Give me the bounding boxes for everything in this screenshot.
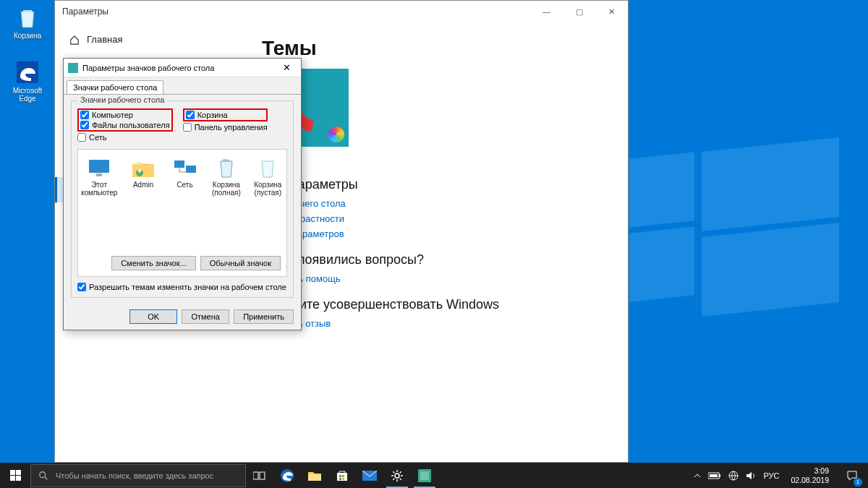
clock-date: 02.08.2019 xyxy=(791,476,829,484)
svg-rect-10 xyxy=(260,472,265,479)
improve-heading: Помогите усовершенствовать Windows xyxy=(262,297,609,312)
notification-badge: 1 xyxy=(854,478,862,487)
recycle-bin-icon xyxy=(14,4,41,30)
svg-rect-12 xyxy=(308,474,321,481)
close-button[interactable]: ✕ xyxy=(595,1,628,22)
action-center-button[interactable]: 1 xyxy=(841,463,864,488)
link-get-help[interactable]: Получить помощь xyxy=(262,273,609,284)
search-icon xyxy=(38,471,48,481)
clock-time: 3:09 xyxy=(791,466,829,475)
tray-network-icon[interactable] xyxy=(728,471,739,481)
taskbar-app[interactable] xyxy=(411,463,438,488)
taskbar-store[interactable] xyxy=(328,463,356,488)
window-title: Параметры xyxy=(62,7,109,17)
svg-rect-15 xyxy=(339,478,341,480)
related-heading: щие параметры xyxy=(262,177,609,192)
desktop-edge[interactable]: Microsoft Edge xyxy=(6,59,49,103)
dialog-close-button[interactable]: ✕ xyxy=(276,62,297,73)
start-button[interactable] xyxy=(0,463,30,488)
tray-clock[interactable]: 3:09 02.08.2019 xyxy=(786,466,833,484)
ok-button[interactable]: OK xyxy=(129,309,177,324)
svg-rect-6 xyxy=(174,160,184,168)
dialog-title-text: Параметры значков рабочего стола xyxy=(82,64,214,72)
taskbar-explorer[interactable] xyxy=(301,463,328,488)
dialog-titlebar[interactable]: Параметры значков рабочего стола ✕ xyxy=(64,59,301,77)
tray-battery-icon[interactable] xyxy=(708,472,721,479)
group-title: Значки рабочего стола xyxy=(77,95,167,104)
color-wheel-icon xyxy=(328,127,344,142)
checkbox-userfiles[interactable]: Файлы пользователя xyxy=(80,121,170,129)
svg-point-8 xyxy=(40,471,46,477)
maximize-button[interactable]: ▢ xyxy=(563,1,595,22)
svg-rect-13 xyxy=(339,475,341,477)
settings-titlebar[interactable]: Параметры — ▢ ✕ xyxy=(55,1,628,22)
taskbar-mail[interactable] xyxy=(356,463,383,488)
desktop-icon-label: Microsoft Edge xyxy=(6,87,49,103)
checkbox-recyclebin[interactable]: Корзина xyxy=(186,111,265,119)
page-title: Темы xyxy=(262,37,609,60)
tab-desktop-icons[interactable]: Значки рабочего стола xyxy=(67,80,163,94)
icon-admin[interactable]: Admin xyxy=(127,157,158,197)
highlight-box-right: Корзина xyxy=(183,108,268,121)
taskbar-search[interactable]: Чтобы начать поиск, введите здесь запрос xyxy=(30,464,246,487)
checkbox-allow-themes[interactable]: Разрешить темам изменять значки на рабоч… xyxy=(77,283,287,291)
sidebar-home[interactable]: Главная xyxy=(55,28,243,51)
link-sync-settings[interactable]: ваших параметров xyxy=(262,228,609,239)
questions-heading: У вас появились вопросы? xyxy=(262,252,609,267)
search-placeholder: Чтобы начать поиск, введите здесь запрос xyxy=(56,471,213,480)
tray-volume-icon[interactable] xyxy=(746,471,756,480)
icon-network[interactable]: Сеть xyxy=(169,157,200,197)
sidebar-home-label: Главная xyxy=(87,34,122,45)
taskbar-edge[interactable] xyxy=(273,463,301,488)
wallpaper-shape xyxy=(702,137,839,231)
link-high-contrast[interactable]: жой контрастности xyxy=(262,213,609,224)
wallpaper-shape xyxy=(702,223,839,317)
icon-this-pc[interactable]: Этот компьютер xyxy=(81,157,117,197)
tray-language[interactable]: РУС xyxy=(763,471,779,480)
minimize-button[interactable]: — xyxy=(530,1,563,22)
cancel-button[interactable]: Отмена xyxy=(182,309,229,324)
windows-logo-icon xyxy=(10,470,21,481)
svg-point-5 xyxy=(138,169,142,173)
desktop-icons-group: Значки рабочего стола Компьютер Файлы по… xyxy=(71,100,294,298)
svg-rect-3 xyxy=(96,174,102,176)
link-feedback[interactable]: Оставить отзыв xyxy=(262,318,609,329)
svg-rect-14 xyxy=(342,475,344,477)
taskbar-settings[interactable] xyxy=(383,463,411,488)
task-view-button[interactable] xyxy=(246,463,273,488)
taskbar: Чтобы начать поиск, введите здесь запрос… xyxy=(0,463,868,488)
svg-rect-9 xyxy=(253,472,258,479)
svg-rect-23 xyxy=(710,474,718,477)
svg-rect-22 xyxy=(719,474,720,477)
wallpaper-shape xyxy=(629,226,694,301)
highlight-box-left: Компьютер Файлы пользователя xyxy=(77,108,173,132)
icon-bin-full[interactable]: Корзина (полная) xyxy=(210,157,242,197)
desktop-icons-dialog: Параметры значков рабочего стола ✕ Значк… xyxy=(63,58,302,330)
desktop-icon-label: Корзина xyxy=(6,32,49,40)
checkbox-controlpanel[interactable]: Панель управления xyxy=(183,123,268,132)
wallpaper-shape xyxy=(629,152,694,227)
theme-caption: рвуки xyxy=(262,154,609,164)
change-icon-button[interactable]: Сменить значок... xyxy=(111,256,196,270)
link-desktop-icons[interactable]: ков рабочего стола xyxy=(262,198,609,209)
apply-button[interactable]: Применить xyxy=(234,309,294,324)
icon-preview-grid: Этот компьютер Admin Сеть Корзина (полна… xyxy=(80,153,285,201)
svg-rect-20 xyxy=(420,471,429,480)
home-icon xyxy=(69,35,80,45)
svg-rect-2 xyxy=(89,160,109,173)
svg-rect-16 xyxy=(342,478,344,480)
tray-chevron-icon[interactable] xyxy=(694,472,701,479)
default-icon-button[interactable]: Обычный значок xyxy=(200,256,281,270)
icon-bin-empty[interactable]: Корзина (пустая) xyxy=(252,157,284,197)
dialog-icon xyxy=(68,63,78,73)
edge-icon xyxy=(14,59,41,85)
checkbox-computer[interactable]: Компьютер xyxy=(80,111,170,119)
checkbox-network[interactable]: Сеть xyxy=(77,133,287,142)
desktop-recycle-bin[interactable]: Корзина xyxy=(6,4,49,40)
svg-point-18 xyxy=(395,474,399,478)
system-tray: РУС 3:09 02.08.2019 1 xyxy=(694,463,868,488)
